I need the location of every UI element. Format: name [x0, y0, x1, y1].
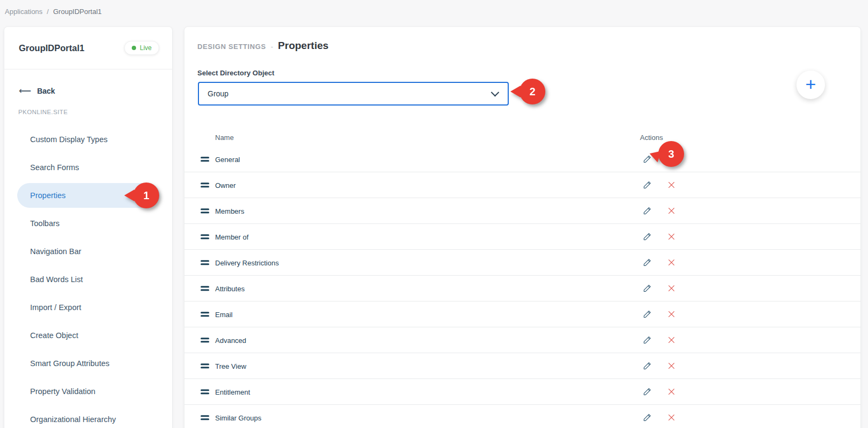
table-row-general: General [184, 146, 860, 172]
table-row-entitlement: Entitlement [184, 379, 860, 405]
annotation-number: 2 [529, 86, 535, 98]
row-name: Entitlement [215, 388, 250, 396]
sidebar-item-label: Organizational Hierarchy [30, 415, 116, 424]
drag-handle-icon[interactable] [201, 208, 209, 214]
column-header-actions: Actions [640, 131, 663, 145]
select-directory-object-label: Select Directory Object [197, 69, 274, 77]
annotation-balloon-3: 3 [658, 141, 684, 167]
directory-object-select[interactable]: Group [198, 82, 509, 106]
row-name: Tree View [215, 362, 246, 370]
status-badge-label: Live [140, 44, 152, 52]
sidebar-item-label: Import / Export [30, 303, 81, 312]
table-row-members: Members [184, 198, 860, 224]
sidebar-item-label: Bad Words List [30, 275, 83, 284]
edit-icon-email[interactable] [641, 308, 653, 321]
drag-handle-icon[interactable] [201, 260, 209, 265]
app-root: Applications / GroupIDPortal1 GroupIDPor… [0, 0, 868, 428]
edit-icon-advanced[interactable] [641, 334, 653, 347]
breadcrumb-applications[interactable]: Applications [5, 8, 42, 16]
row-name: Advanced [215, 336, 246, 344]
drag-handle-icon[interactable] [201, 157, 209, 162]
sidebar-item-label: Property Validation [30, 387, 95, 396]
delete-icon-entitlement[interactable] [665, 385, 678, 398]
sidebar-item-bad-words-list[interactable]: Bad Words List [17, 267, 160, 292]
edit-icon-similar-groups[interactable] [641, 411, 653, 424]
delete-icon-member-of[interactable] [665, 230, 678, 243]
table-row-member-of: Member of [184, 224, 860, 250]
sidebar-item-import-export[interactable]: Import / Export [17, 295, 160, 320]
edit-icon-members[interactable] [641, 205, 653, 217]
drag-handle-icon[interactable] [201, 363, 209, 369]
row-name: Members [215, 207, 244, 215]
delete-icon-members[interactable] [665, 205, 678, 217]
table-header: Name Actions [184, 131, 860, 147]
row-name: Delivery Restrictions [215, 258, 279, 266]
site-section-label: PKONLINE.SITE [18, 109, 172, 117]
table-row-tree-view: Tree View [184, 353, 860, 379]
row-name: General [215, 155, 240, 163]
annotation-balloon-1: 1 [133, 183, 159, 208]
back-label: Back [37, 87, 55, 95]
balloon-tail-icon [510, 86, 521, 97]
design-settings-label: DESIGN SETTINGS [197, 43, 266, 51]
drag-handle-icon[interactable] [201, 286, 209, 291]
row-name: Attributes [215, 284, 245, 292]
sidebar-item-create-object[interactable]: Create Object [17, 323, 160, 348]
sidebar-panel: GroupIDPortal1 Live ⟵ Back PKONLINE.SITE… [4, 27, 172, 428]
sidebar-item-label: Custom Display Types [30, 135, 108, 144]
balloon-tail-icon [124, 190, 134, 201]
breadcrumb: Applications / GroupIDPortal1 [5, 8, 102, 16]
sidebar-item-search-forms[interactable]: Search Forms [17, 155, 160, 180]
delete-icon-email[interactable] [665, 308, 678, 321]
drag-handle-icon[interactable] [201, 338, 209, 343]
drag-handle-icon[interactable] [201, 312, 209, 317]
drag-handle-icon[interactable] [201, 234, 209, 240]
delete-icon-tree-view[interactable] [665, 360, 678, 373]
sidebar-item-label: Create Object [30, 331, 78, 340]
delete-icon-advanced[interactable] [665, 334, 678, 347]
row-name: Email [215, 310, 233, 318]
row-name: Member of [215, 233, 248, 241]
annotation-number: 3 [668, 148, 674, 160]
app-title: GroupIDPortal1 [19, 43, 84, 53]
sidebar-item-toolbars[interactable]: Toolbars [17, 211, 160, 236]
delete-icon-similar-groups[interactable] [665, 411, 678, 424]
delete-icon-owner[interactable] [665, 179, 678, 192]
drag-handle-icon[interactable] [201, 389, 209, 395]
back-button[interactable]: ⟵ Back [4, 69, 172, 97]
edit-icon-attributes[interactable] [641, 282, 653, 295]
edit-icon-delivery-restrictions[interactable] [641, 256, 653, 269]
sidebar-item-label: Toolbars [30, 219, 60, 228]
sidebar-item-smart-group-attributes[interactable]: Smart Group Attributes [17, 351, 160, 376]
page-title: Properties [278, 40, 329, 52]
edit-icon-tree-view[interactable] [641, 360, 653, 373]
sidebar-item-custom-display-types[interactable]: Custom Display Types [17, 127, 160, 152]
add-property-button[interactable]: + [796, 71, 825, 99]
sidebar-nav: Custom Display TypesSearch FormsProperti… [4, 127, 172, 428]
annotation-number: 1 [143, 190, 149, 202]
annotation-balloon-2: 2 [520, 79, 545, 104]
sidebar-item-property-validation[interactable]: Property Validation [17, 379, 160, 404]
sidebar-item-label: Smart Group Attributes [30, 359, 109, 368]
edit-icon-member-of[interactable] [641, 230, 653, 243]
edit-icon-owner[interactable] [641, 179, 653, 192]
drag-handle-icon[interactable] [201, 183, 209, 188]
delete-icon-delivery-restrictions[interactable] [665, 256, 678, 269]
select-value: Group [208, 89, 229, 98]
table-row-email: Email [184, 301, 860, 327]
drag-handle-icon[interactable] [201, 415, 209, 420]
plus-icon: + [806, 75, 816, 93]
sidebar-header: GroupIDPortal1 Live [4, 27, 172, 69]
table-row-owner: Owner [184, 172, 860, 198]
edit-icon-entitlement[interactable] [641, 385, 653, 398]
breadcrumb-separator: / [47, 8, 49, 16]
table-row-similar-groups: Similar Groups [184, 405, 860, 428]
sidebar-item-organizational-hierarchy[interactable]: Organizational Hierarchy [17, 407, 160, 428]
table-row-advanced: Advanced [184, 327, 860, 353]
header-separator: - [271, 43, 273, 51]
sidebar-item-navigation-bar[interactable]: Navigation Bar [17, 239, 160, 264]
live-dot-icon [132, 46, 136, 50]
sidebar-item-label: Properties [30, 191, 66, 200]
page-header: DESIGN SETTINGS - Properties [197, 40, 329, 52]
delete-icon-attributes[interactable] [665, 282, 678, 295]
